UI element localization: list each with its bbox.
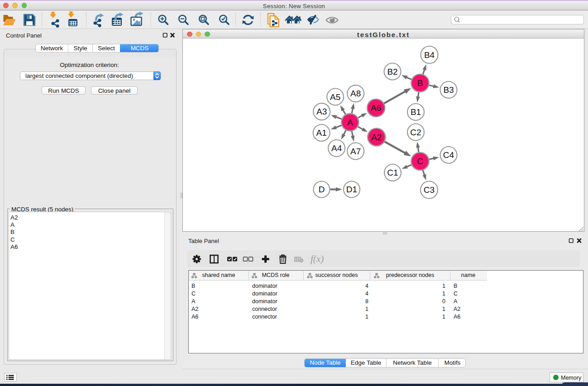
svg-text:A7: A7	[350, 147, 361, 156]
svg-text:A4: A4	[331, 143, 342, 153]
svg-text:A8: A8	[350, 89, 361, 98]
svg-text:C1: C1	[387, 168, 398, 177]
svg-text:f(x): f(x)	[311, 253, 324, 264]
svg-text:D: D	[319, 185, 325, 194]
svg-text:A1: A1	[316, 128, 327, 138]
svg-text:A2: A2	[371, 133, 382, 142]
svg-text:B2: B2	[387, 67, 397, 76]
svg-text:B4: B4	[424, 50, 435, 60]
svg-text:D1: D1	[346, 185, 357, 194]
svg-text:C4: C4	[443, 150, 454, 160]
svg-text:A5: A5	[330, 92, 340, 102]
svg-text:A3: A3	[316, 107, 327, 116]
svg-text:C2: C2	[410, 128, 421, 137]
svg-text:A6: A6	[371, 103, 381, 113]
svg-text:A: A	[347, 118, 353, 127]
svg-text:C: C	[417, 157, 423, 166]
svg-text:C3: C3	[424, 185, 435, 195]
svg-text:B1: B1	[411, 107, 421, 117]
svg-text:B3: B3	[443, 85, 454, 95]
svg-text:B: B	[417, 78, 423, 88]
